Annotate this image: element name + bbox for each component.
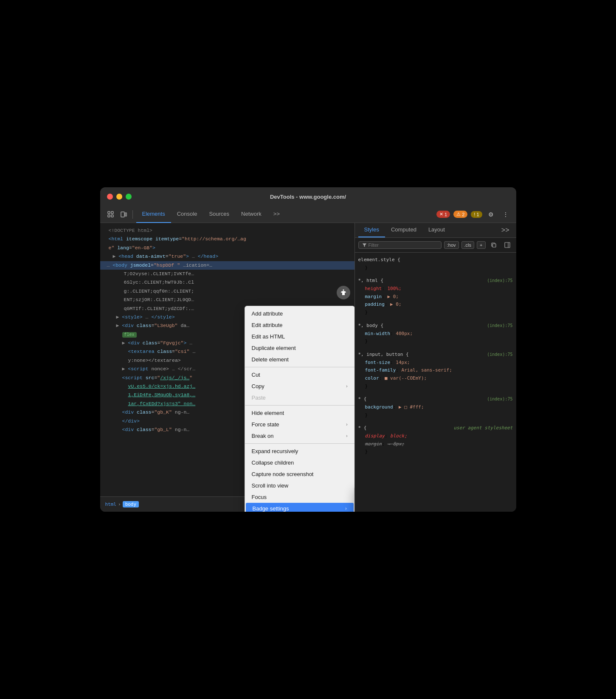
menu-copy[interactable]: Copy › [245, 381, 354, 392]
menu-capture-screenshot[interactable]: Capture node screenshot [245, 468, 354, 480]
tab-network[interactable]: Network [235, 206, 267, 223]
menu-force-state[interactable]: Force state › [245, 419, 354, 430]
css-selector: element.style { [358, 256, 513, 264]
html-line: <!DOCTYPE html> [100, 226, 354, 235]
filter-icon [362, 242, 367, 248]
submenu-flex[interactable]: ✓ flex [354, 511, 355, 512]
svg-rect-3 [111, 215, 113, 217]
close-button[interactable] [107, 194, 113, 200]
more-options-icon[interactable]: ⋮ [500, 209, 511, 220]
menu-separator [245, 367, 354, 367]
svg-rect-0 [108, 211, 110, 214]
main-content: <!DOCTYPE html> <html itemscope itemtype… [100, 223, 516, 512]
menu-duplicate-element[interactable]: Duplicate element [245, 342, 354, 354]
css-selector: *, body { [358, 322, 384, 330]
main-toolbar: Elements Console Sources Network >> ✕1 ⚠… [100, 206, 516, 223]
menu-delete-element[interactable]: Delete element [245, 354, 354, 365]
html-line-body: … <body jsmodel="hspDDf " …ication=… [100, 261, 354, 270]
menu-separator-3 [245, 443, 354, 444]
add-style-button[interactable]: + [477, 241, 485, 249]
css-block-ua: * { user agent stylesheet display: block… [358, 424, 513, 456]
menu-cut[interactable]: Cut [245, 369, 354, 381]
menu-scroll-into-view[interactable]: Scroll into view [245, 480, 354, 491]
cls-button[interactable]: .cls [461, 241, 475, 249]
styles-tab-layout[interactable]: Layout [422, 223, 451, 237]
css-prop-background: background: ▶ □ #fff; [358, 403, 513, 412]
maximize-button[interactable] [126, 194, 132, 200]
elements-panel: <!DOCTYPE html> <html itemscope itemtype… [100, 223, 355, 512]
minimize-button[interactable] [116, 194, 122, 200]
hov-button[interactable]: :hov [444, 241, 459, 249]
css-closing-brace: } [358, 448, 513, 456]
css-block-background: * { (index):75 background: ▶ □ #fff; } [358, 395, 513, 419]
menu-separator-2 [245, 405, 354, 406]
css-selector: * { [358, 424, 367, 432]
css-block-html: *, html { (index):75 height: 100%; margi… [358, 277, 513, 316]
css-selector: *, html { [358, 277, 384, 285]
html-line: <html itemscope itemtype="http://schema.… [100, 235, 354, 243]
menu-edit-html[interactable]: Edit as HTML [245, 331, 354, 342]
submenu-grid[interactable]: ✓ grid [354, 488, 355, 500]
svg-rect-5 [125, 213, 127, 216]
html-line: ▶ <head data-aimvt="true"> … </head> [100, 252, 354, 261]
css-block-body: *, body { (index):75 min-width: 400px; } [358, 322, 513, 346]
css-prop-font-size: font-size: 14px; [358, 359, 513, 367]
toolbar-divider [132, 210, 133, 219]
traffic-lights [107, 194, 132, 200]
svg-rect-2 [111, 211, 113, 214]
css-prop-margin: margin: ▶ 0; [358, 293, 513, 301]
menu-expand-recursively[interactable]: Expand recursively [245, 445, 354, 457]
svg-rect-4 [121, 212, 124, 217]
css-selector: *, input, button { [358, 351, 409, 359]
filter-input[interactable] [368, 242, 437, 248]
svg-rect-9 [505, 242, 510, 248]
css-closing-brace: } [358, 309, 513, 317]
styles-tab-computed[interactable]: Computed [385, 223, 422, 237]
tab-elements[interactable]: Elements [136, 206, 171, 223]
css-prop-font-family: font-family: Arial, sans-serif; [358, 366, 513, 375]
html-line: T;O2vyse:.CLIENT;IVKTfe… [100, 270, 354, 278]
info-badge: !1 [471, 211, 482, 218]
styles-content[interactable]: element.style { } *, html { (index):75 h… [355, 253, 516, 512]
menu-paste: Paste [245, 392, 354, 403]
styles-panel: Styles Computed Layout >> :hov .cls + [355, 223, 516, 512]
css-comment: user agent stylesheet [453, 424, 512, 432]
menu-hide-element[interactable]: Hide element [245, 407, 354, 419]
html-line: 6Slyc:.CLIENT;hWT9Jb:.Cl [100, 278, 354, 287]
toggle-sidebar-icon[interactable] [502, 240, 513, 251]
menu-badge-settings[interactable]: Badge settings › [246, 503, 354, 512]
svg-point-6 [343, 290, 344, 291]
svg-rect-8 [492, 244, 496, 247]
settings-icon[interactable]: ⚙ [486, 209, 497, 220]
breadcrumb-separator: › [118, 502, 121, 507]
breadcrumb-html[interactable]: html [105, 502, 117, 507]
menu-collapse-children[interactable]: Collapse children [245, 457, 354, 468]
styles-tab-more[interactable]: >> [498, 223, 513, 237]
styles-toolbar: :hov .cls + [355, 238, 516, 253]
inspect-icon[interactable] [105, 209, 116, 220]
styles-tab-styles[interactable]: Styles [358, 223, 385, 237]
menu-break-on[interactable]: Break on › [245, 430, 354, 442]
menu-edit-attribute[interactable]: Edit attribute [245, 319, 354, 331]
accessibility-icon[interactable] [337, 286, 350, 299]
css-closing-brace: } [358, 412, 513, 420]
error-badge: ✕1 [436, 211, 450, 218]
css-selector: * { [358, 395, 367, 403]
breadcrumb-body[interactable]: body [123, 501, 139, 507]
css-prop-height: height: 100%; [358, 285, 513, 293]
css-closing-brace: } [358, 338, 513, 346]
devtools-window: DevTools - www.google.com/ Elements Cons… [100, 187, 516, 512]
copy-style-icon[interactable] [488, 240, 499, 251]
title-bar: DevTools - www.google.com/ [100, 187, 516, 206]
device-icon[interactable] [118, 209, 129, 220]
css-block-element-style: element.style { } [358, 256, 513, 272]
context-menu: Add attribute Edit attribute Edit as HTM… [245, 306, 355, 512]
css-closing-brace: } [358, 383, 513, 391]
tab-console[interactable]: Console [171, 206, 203, 223]
tab-more[interactable]: >> [267, 206, 286, 223]
tab-sources[interactable]: Sources [203, 206, 235, 223]
styles-tabs: Styles Computed Layout >> [355, 223, 516, 238]
menu-add-attribute[interactable]: Add attribute [245, 308, 354, 319]
submenu-subgrid[interactable]: ✓ subgrid [354, 500, 355, 511]
menu-focus[interactable]: Focus [245, 491, 354, 503]
